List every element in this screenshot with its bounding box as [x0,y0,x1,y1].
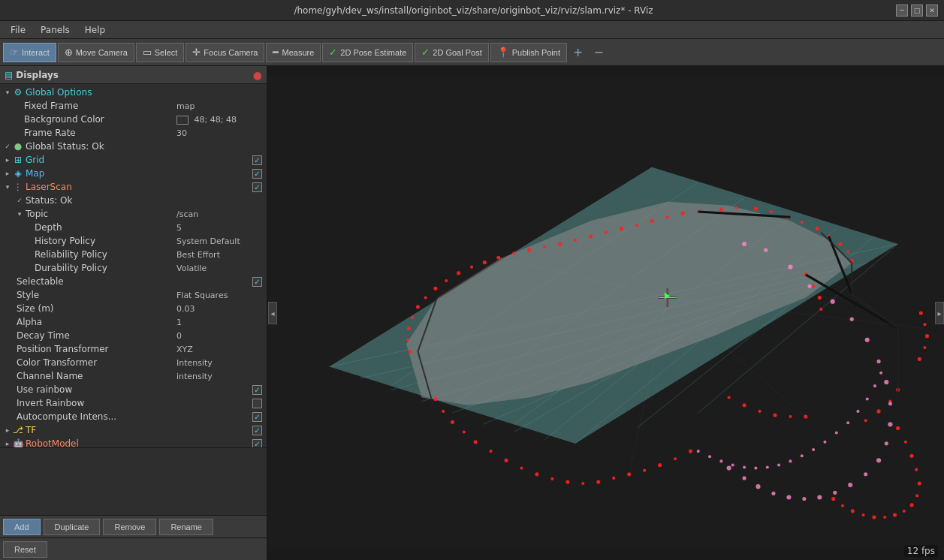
frame-rate-row[interactable]: Frame Rate 30 [0,126,267,140]
publish-point-button[interactable]: 📍 Publish Point [490,43,567,62]
depth-row[interactable]: Depth 5 [0,221,267,234]
global-status-row[interactable]: ✓ ● Global Status: Ok [0,140,267,153]
minimize-button[interactable]: ─ [896,5,908,17]
menu-panels[interactable]: Panels [33,23,77,37]
size-label: Size (m) [15,303,176,314]
global-options-toggle[interactable]: ▾ [3,89,12,96]
menu-file[interactable]: File [3,23,33,37]
map-checkbox[interactable] [252,169,262,179]
rename-button[interactable]: Rename [159,519,213,535]
svg-point-40 [838,242,842,245]
alpha-row[interactable]: Alpha 1 [0,315,267,329]
expand-panel-button[interactable]: ▸ [935,302,944,324]
tf-row[interactable]: ▸ ⎇ TF [0,423,267,437]
channel-name-row[interactable]: Channel Name intensity [0,369,267,383]
goal-button[interactable]: ✓ 2D Goal Post [415,43,488,62]
restore-button[interactable]: □ [911,5,923,17]
global-options-row[interactable]: ▾ ⚙ Global Options [0,86,267,99]
robot-model-checkbox[interactable] [252,439,262,448]
laser-scan-checkbox[interactable] [252,182,262,192]
select-button[interactable]: ▭ Select [136,43,185,62]
tf-checkbox[interactable] [252,426,262,435]
color-transformer-row[interactable]: Color Transformer Intensity [0,356,267,369]
global-status-toggle[interactable]: ✓ [3,143,12,150]
svg-point-66 [474,440,478,444]
svg-point-52 [689,450,692,453]
map-row[interactable]: ▸ ◈ Map [0,167,267,180]
robot-model-toggle[interactable]: ▸ [3,440,12,447]
robot-model-row[interactable]: ▸ 🤖 RobotModel [0,437,267,447]
background-color-row[interactable]: Background Color 48; 48; 48 [0,113,267,126]
autocompute-checkbox[interactable] [252,412,262,422]
decay-time-row[interactable]: Decay Time 0 [0,329,267,342]
map-toggle[interactable]: ▸ [3,170,12,177]
svg-point-54 [658,463,662,467]
svg-point-72 [406,339,409,342]
measure-icon: ━ [273,47,279,58]
fps-counter: 12 fps [904,545,938,557]
svg-point-115 [865,338,870,342]
laser-scan-row[interactable]: ▾ ⋮ LaserScan [0,180,267,194]
move-camera-icon: ⊕ [65,47,73,58]
collapse-panel-button[interactable]: ◂ [268,302,277,324]
selectable-checkbox[interactable] [252,277,262,287]
history-policy-row[interactable]: History Policy System Default [0,234,267,248]
close-button[interactable]: ✕ [926,5,938,17]
use-rainbow-checkbox[interactable] [252,385,262,395]
use-rainbow-row[interactable]: Use rainbow [0,383,267,396]
move-camera-button[interactable]: ⊕ Move Camera [58,43,134,62]
topic-toggle[interactable]: ▾ [15,210,24,218]
interact-button[interactable]: ☞ Interact [3,43,56,62]
invert-rainbow-checkbox[interactable] [252,399,262,408]
remove-button[interactable]: Remove [103,519,156,535]
fixed-frame-row[interactable]: Fixed Frame map [0,99,267,113]
svg-point-138 [766,466,769,469]
status-ok-toggle[interactable]: ✓ [15,197,24,204]
svg-point-74 [411,316,414,319]
svg-point-155 [915,494,918,497]
svg-point-62 [535,472,538,476]
grid-checkbox[interactable] [252,155,262,165]
durability-policy-row[interactable]: Durability Policy Volatile [0,261,267,275]
history-policy-value: System Default [176,236,267,246]
color-transformer-value: Intensity [176,358,267,368]
footer-buttons: Add Duplicate Remove Rename [0,515,267,537]
laser-scan-toggle[interactable]: ▾ [3,183,12,191]
reliability-policy-row[interactable]: Reliability Policy Best Effort [0,248,267,261]
displays-close-button[interactable]: ● [253,69,262,81]
autocompute-row[interactable]: Autocompute Intens... [0,410,267,423]
selectable-row[interactable]: Selectable [0,275,267,288]
svg-point-111 [788,265,792,269]
focus-camera-button[interactable]: ✛ Focus Camera [185,43,264,62]
measure-button[interactable]: ━ Measure [266,43,321,62]
svg-point-44 [923,323,926,326]
3d-view-panel[interactable]: ◂ [268,66,944,560]
svg-point-152 [909,454,913,458]
size-row[interactable]: Size (m) 0.03 [0,302,267,315]
remove-tool-button[interactable]: − [589,45,608,59]
grid-toggle[interactable]: ▸ [3,156,12,164]
topic-row[interactable]: ▾ Topic /scan [0,207,267,221]
tf-toggle[interactable]: ▸ [3,426,12,434]
duplicate-button[interactable]: Duplicate [44,519,101,535]
global-status-label: Global Status: Ok [24,141,229,152]
svg-point-144 [835,432,838,435]
use-rainbow-checkbox-cell [229,385,267,395]
style-row[interactable]: Style Flat Squares [0,288,267,302]
reset-button[interactable]: Reset [3,541,47,558]
frame-rate-label: Frame Rate [23,128,176,138]
svg-point-110 [764,248,768,252]
menu-help[interactable]: Help [77,23,113,37]
svg-point-123 [848,483,852,487]
invert-rainbow-row[interactable]: Invert Rainbow [0,396,267,410]
selectable-checkbox-cell [229,277,267,287]
position-transformer-row[interactable]: Position Transformer XYZ [0,342,267,356]
svg-point-46 [923,346,926,349]
channel-name-label: Channel Name [15,371,176,381]
pose-estimate-button[interactable]: ✓ 2D Pose Estimate [322,43,413,62]
add-button[interactable]: Add [3,519,41,535]
svg-point-64 [504,459,508,462]
grid-row[interactable]: ▸ ⊞ Grid [0,153,267,167]
menu-bar: File Panels Help [0,21,944,39]
add-tool-button[interactable]: + [569,45,587,59]
